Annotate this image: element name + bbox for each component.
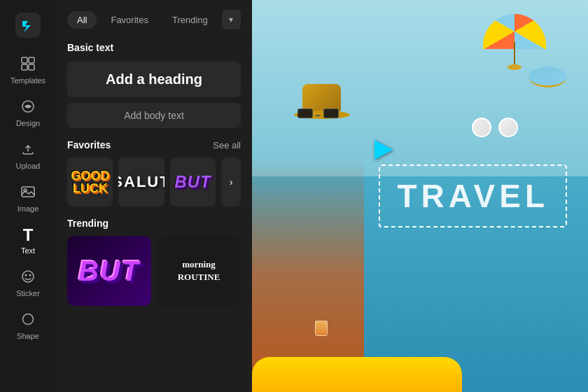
- sidebar-item-design-label: Design: [16, 119, 40, 127]
- svg-rect-1: [22, 57, 27, 63]
- templates-icon: [20, 56, 36, 74]
- sg-lens-right: [323, 108, 339, 118]
- tab-all[interactable]: All: [67, 11, 97, 29]
- text-icon: T: [23, 227, 34, 244]
- trending-title: Trending: [67, 218, 241, 229]
- travel-text: TRAVEL: [397, 178, 549, 214]
- good-luck-text: GOODLUCK: [71, 169, 109, 195]
- svg-point-10: [29, 274, 31, 276]
- but-large-text: BUT: [78, 255, 140, 287]
- sidebar-item-design[interactable]: Design: [4, 93, 52, 133]
- sidebar-item-upload-label: Upload: [16, 162, 41, 170]
- svg-rect-4: [29, 64, 34, 70]
- favorites-item-salut[interactable]: SALUT: [118, 158, 164, 206]
- sidebar-item-sticker-label: Sticker: [16, 289, 40, 298]
- sticker-icon: [20, 269, 36, 286]
- sidebar-item-image-label: Image: [18, 204, 39, 213]
- design-icon: [20, 99, 36, 116]
- sg-lens-left: [298, 108, 313, 118]
- svg-rect-3: [22, 64, 27, 70]
- tab-dropdown-button[interactable]: ▾: [222, 10, 241, 29]
- sidebar-item-sticker[interactable]: Sticker: [4, 263, 52, 303]
- salut-text: SALUT: [118, 173, 164, 191]
- sidebar-item-templates-label: Templates: [10, 76, 46, 85]
- svg-rect-6: [22, 187, 34, 197]
- svg-point-9: [25, 274, 27, 276]
- sidebar-item-upload[interactable]: Upload: [4, 136, 52, 176]
- upload-icon: [20, 141, 36, 159]
- favorites-next-arrow[interactable]: ›: [221, 158, 241, 206]
- arrow-right-icon: ›: [230, 176, 233, 188]
- beach-ball-island: [528, 66, 567, 88]
- drink-cup: [315, 321, 328, 336]
- image-icon: [20, 184, 36, 202]
- chevron-down-icon: ▾: [229, 15, 233, 24]
- add-body-text-button[interactable]: Add body text: [67, 103, 241, 128]
- svg-rect-2: [29, 57, 34, 63]
- person-head-1: [472, 118, 491, 137]
- but-text-sm: BUT: [174, 172, 211, 192]
- trending-item-but[interactable]: BUT: [67, 236, 151, 306]
- favorites-title: Favorites: [67, 139, 111, 150]
- shape-icon: [20, 312, 36, 329]
- sg-bridge: [316, 115, 320, 116]
- person-head-2: [498, 118, 518, 137]
- sidebar: Templates Design Upload Image: [0, 0, 56, 392]
- see-all-link[interactable]: See all: [213, 140, 241, 150]
- hat-crown: [302, 84, 341, 112]
- canvas-area[interactable]: TRAVEL: [252, 0, 588, 392]
- panel-tabs: All Favorites Trending ▾: [56, 0, 252, 36]
- app-logo: [14, 11, 42, 39]
- favorites-row: GOODLUCK SALUT BUT ›: [67, 158, 241, 206]
- text-panel: All Favorites Trending ▾ Basic text Add …: [56, 0, 252, 392]
- yellow-float: [252, 357, 462, 392]
- add-heading-button[interactable]: Add a heading: [67, 62, 241, 97]
- sidebar-item-text[interactable]: T Text: [4, 221, 52, 260]
- sidebar-item-templates[interactable]: Templates: [4, 50, 52, 90]
- sidebar-item-text-label: Text: [21, 246, 35, 255]
- tab-trending[interactable]: Trending: [162, 11, 218, 29]
- beach-umbrella: [483, 14, 546, 70]
- favorites-header: Favorites See all: [67, 139, 241, 150]
- sidebar-item-image[interactable]: Image: [4, 178, 52, 218]
- svg-point-8: [22, 271, 34, 282]
- favorites-item-good-luck[interactable]: GOODLUCK: [67, 158, 113, 206]
- umbrella-base: [507, 64, 522, 70]
- trending-item-morning-routine[interactable]: morningROUTINE: [157, 236, 241, 306]
- favorites-item-but[interactable]: BUT: [170, 158, 216, 206]
- sidebar-item-shape-label: Shape: [17, 332, 39, 340]
- pool-people: [472, 118, 518, 137]
- trending-row: BUT morningROUTINE: [67, 236, 241, 306]
- travel-text-element[interactable]: TRAVEL: [379, 164, 567, 227]
- svg-point-11: [23, 314, 34, 325]
- tab-favorites[interactable]: Favorites: [101, 11, 158, 29]
- basic-text-title: Basic text: [67, 42, 241, 53]
- sunglasses: [298, 108, 339, 121]
- trending-section: Trending BUT morningROUTINE: [67, 218, 241, 306]
- morning-routine-text: morningROUTINE: [178, 258, 220, 284]
- panel-content: Basic text Add a heading Add body text F…: [56, 36, 252, 392]
- sidebar-item-shape[interactable]: Shape: [4, 306, 52, 346]
